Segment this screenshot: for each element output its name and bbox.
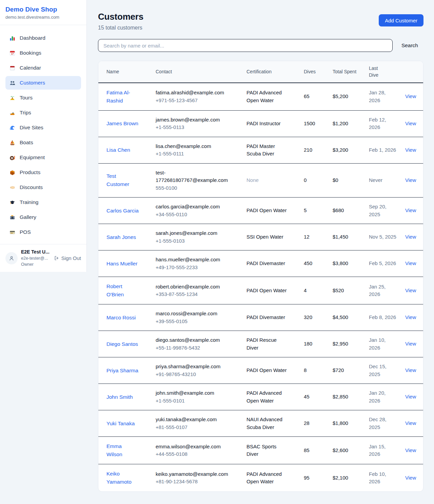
customer-last-dive: Nov 5, 2025: [369, 224, 405, 250]
search-input[interactable]: [98, 39, 393, 52]
customer-certification: PADI Advanced Open Water: [246, 384, 304, 410]
calendar-pad-icon: [9, 65, 15, 71]
customer-certification: None: [246, 163, 304, 198]
customer-phone: +44-555-0108: [156, 450, 229, 458]
customer-phone: +49-170-555-2233: [156, 264, 229, 272]
credit-card-icon: [9, 229, 15, 235]
customer-total-spent: $3,200: [333, 137, 369, 163]
customer-name-link[interactable]: Test Customer: [98, 163, 156, 198]
view-link[interactable]: View: [405, 120, 416, 126]
view-link[interactable]: View: [405, 287, 416, 293]
sidebar-item-equipment[interactable]: Equipment: [5, 151, 81, 164]
customer-certification: PADI Open Water: [246, 198, 304, 224]
customer-name-link[interactable]: Fatima Al-Rashid: [98, 83, 156, 111]
column-header-dives: Dives: [304, 61, 333, 83]
table-row-marco-rossi: Marco Rossi marco.rossi@example.com +39-…: [98, 304, 423, 331]
customer-name-link[interactable]: Robert O'Brien: [98, 277, 156, 304]
view-link[interactable]: View: [405, 314, 416, 320]
page-title: Customers: [98, 12, 143, 22]
view-link[interactable]: View: [405, 420, 416, 426]
sidebar-item-trips[interactable]: Trips: [5, 106, 81, 119]
sidebar-item-calendar[interactable]: Calendar: [5, 61, 81, 75]
table-row-priya-sharma: Priya Sharma priya.sharma@example.com +9…: [98, 357, 423, 384]
table-row-john-smith: John Smith john.smith@example.com +1-555…: [98, 384, 423, 410]
customer-name-link[interactable]: Marco Rossi: [98, 304, 156, 331]
sidebar-item-gallery[interactable]: Gallery: [5, 210, 81, 224]
customer-name-link[interactable]: Sarah Jones: [98, 224, 156, 250]
sidebar-item-products[interactable]: Products: [5, 166, 81, 179]
sidebar-item-pos[interactable]: POS: [5, 225, 81, 239]
sidebar-item-label: Tours: [20, 95, 33, 101]
sidebar-item-label: Trips: [20, 110, 31, 116]
sidebar-item-discounts[interactable]: Discounts: [5, 181, 81, 194]
view-link[interactable]: View: [405, 147, 416, 153]
sidebar-item-label: Bookings: [20, 50, 41, 56]
sidebar-item-boats[interactable]: Boats: [5, 136, 81, 149]
customer-certification: NAUI Advanced Scuba Diver: [246, 410, 304, 437]
table-row-lisa-chen: Lisa Chen lisa.chen@example.com +1-555-0…: [98, 137, 423, 163]
add-customer-button[interactable]: Add Customer: [379, 14, 423, 26]
customer-last-dive: Dec 28, 2025: [369, 410, 405, 437]
view-link[interactable]: View: [405, 475, 416, 481]
view-link[interactable]: View: [405, 177, 416, 183]
wave-icon: [9, 125, 15, 131]
view-link[interactable]: View: [405, 447, 416, 453]
sidebar-item-customers[interactable]: Customers: [5, 76, 81, 90]
customer-name-link[interactable]: Priya Sharma: [98, 357, 156, 384]
column-header-name: Name: [98, 61, 156, 83]
column-header-actions: [405, 61, 423, 83]
customer-name-link[interactable]: James Brown: [98, 110, 156, 137]
customer-phone: +81-555-0107: [156, 424, 229, 431]
sidebar-item-label: Equipment: [20, 154, 45, 161]
svg-text:17: 17: [11, 53, 14, 55]
customer-total-spent: $2,600: [333, 437, 369, 464]
sidebar-item-label: Boats: [20, 139, 33, 146]
customer-name-link[interactable]: Carlos Garcia: [98, 198, 156, 224]
customers-table: Name Contact Certification Dives Total S…: [98, 61, 423, 491]
customer-name-link[interactable]: Diego Santos: [98, 331, 156, 357]
customer-name-link[interactable]: John Smith: [98, 384, 156, 410]
table-row-diego-santos: Diego Santos diego.santos@example.com +5…: [98, 331, 423, 357]
sidebar-item-dashboard[interactable]: Dashboard: [5, 31, 81, 45]
view-link[interactable]: View: [405, 234, 416, 240]
customer-email: sarah.jones@example.com: [156, 229, 229, 237]
view-link[interactable]: View: [405, 394, 416, 399]
customer-name-link[interactable]: Yuki Tanaka: [98, 410, 156, 437]
search-row: Search: [98, 39, 423, 52]
view-link[interactable]: View: [405, 93, 416, 99]
view-link[interactable]: View: [405, 341, 416, 347]
customer-name-link[interactable]: Keiko Yamamoto: [98, 464, 156, 492]
customer-certification: BSAC Sports Diver: [246, 437, 304, 464]
table-row-fatima-al-rashid: Fatima Al-Rashid fatima.alrashid@example…: [98, 83, 423, 111]
customer-certification: PADI Advanced Open Water: [246, 464, 304, 492]
customer-name-link[interactable]: Hans Mueller: [98, 250, 156, 277]
sailboat-icon: [9, 140, 15, 146]
user-section: E2E Test U... e2e-tester@... Owner Sign …: [0, 244, 86, 272]
customer-total-spent: $2,100: [333, 464, 369, 492]
sidebar-item-label: Gallery: [20, 214, 36, 220]
customer-total-spent: $720: [333, 357, 369, 384]
column-header-total-spent: Total Spent: [333, 61, 369, 83]
brand-name: Demo Dive Shop: [5, 6, 81, 13]
sidebar-item-tours[interactable]: Tours: [5, 91, 81, 105]
customer-dives: 45: [304, 384, 333, 410]
customer-phone: +1-555-0111: [156, 150, 229, 158]
view-link[interactable]: View: [405, 260, 416, 266]
sidebar-item-training[interactable]: Training: [5, 195, 81, 209]
view-link[interactable]: View: [405, 207, 416, 213]
customer-dives: 0: [304, 163, 333, 198]
sign-out-button[interactable]: Sign Out: [54, 255, 81, 261]
sidebar-item-bookings[interactable]: 17 Bookings: [5, 46, 81, 60]
search-button[interactable]: Search: [401, 42, 418, 49]
customer-certification: SSI Open Water: [246, 224, 304, 250]
sidebar-item-dive-sites[interactable]: Dive Sites: [5, 121, 81, 134]
sidebar-item-label: Products: [20, 169, 40, 175]
customer-name-link[interactable]: Lisa Chen: [98, 137, 156, 163]
brand: Demo Dive Shop demo.test.divestreams.com: [0, 0, 86, 25]
view-link[interactable]: View: [405, 367, 416, 373]
user-name: E2E Test U...: [21, 249, 51, 256]
customer-name-link[interactable]: Emma Wilson: [98, 437, 156, 464]
brand-domain: demo.test.divestreams.com: [5, 15, 81, 20]
customer-phone: +1-555-0101: [156, 397, 229, 405]
customer-dives: 85: [304, 437, 333, 464]
